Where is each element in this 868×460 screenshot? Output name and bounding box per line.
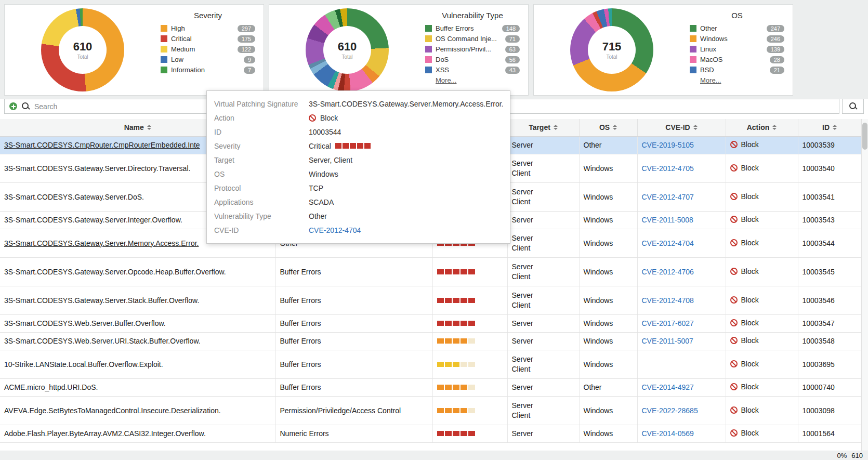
- severity-bar-segment: [357, 143, 363, 149]
- signature-name-cell[interactable]: ACME.micro_httpd.URI.DoS.: [0, 378, 275, 396]
- column-header-content: CVE-ID: [665, 123, 697, 132]
- legend-item-information[interactable]: Information7: [161, 66, 255, 74]
- cve-cell: CVE-2022-28685: [637, 396, 726, 425]
- popup-field-vulnerability-type: Vulnerability TypeOther: [214, 209, 503, 223]
- cve-link[interactable]: CVE-2019-5105: [642, 141, 694, 149]
- legend-item-bsd[interactable]: BSD21: [690, 66, 784, 74]
- legend-item-windows[interactable]: Windows246: [690, 35, 784, 43]
- cve-link[interactable]: CVE-2014-4927: [642, 383, 694, 391]
- chart-title: OS: [690, 11, 784, 20]
- severity-bars: [437, 431, 475, 436]
- legend-item-macos[interactable]: MacOS28: [690, 56, 784, 63]
- severity-bar-segment: [468, 385, 475, 390]
- legend-item-medium[interactable]: Medium122: [161, 45, 255, 53]
- target-value: Client: [512, 197, 575, 207]
- signature-name-cell[interactable]: AVEVA.Edge.SetBytesToManagedControl.Inse…: [0, 396, 275, 425]
- target-value: Server: [512, 233, 575, 243]
- signature-name-cell[interactable]: 3S-Smart.CODESYS.Web.Server.URI.Stack.Bu…: [0, 332, 275, 350]
- legend-item-linux[interactable]: Linux139: [690, 45, 784, 53]
- legend-item-critical[interactable]: Critical175: [161, 35, 255, 43]
- legend-more-link[interactable]: More...: [436, 76, 520, 84]
- action-label: Block: [741, 406, 759, 414]
- popup-field-label: OS: [214, 170, 309, 178]
- vertical-scrollbar[interactable]: [861, 119, 868, 451]
- popup-cve-link[interactable]: CVE-2012-4704: [309, 226, 361, 234]
- table-row[interactable]: Adobe.Flash.Player.ByteArray.AVM2.CASI32…: [0, 425, 861, 442]
- legend-swatch: [690, 67, 696, 73]
- legend-more-link[interactable]: More...: [700, 76, 784, 84]
- legend-item-os-command-inje[interactable]: OS Command Inje...71: [425, 35, 520, 43]
- action-label: Block: [741, 296, 759, 304]
- scrollbar-thumb[interactable]: [862, 123, 867, 150]
- severity-cell: [432, 378, 507, 396]
- cve-link[interactable]: CVE-2012-4704: [642, 239, 694, 247]
- target-value: Client: [512, 411, 575, 420]
- table-row[interactable]: AVEVA.Edge.SetBytesToManagedControl.Inse…: [0, 396, 861, 425]
- severity-bar-segment: [437, 431, 444, 436]
- table-row[interactable]: 3S-Smart.CODESYS.Gateway.Server.Opcode.H…: [0, 257, 861, 286]
- legend-item-low[interactable]: Low9: [161, 56, 255, 63]
- column-header-label: CVE-ID: [665, 123, 690, 132]
- legend-item-dos[interactable]: DoS56: [425, 56, 520, 63]
- signature-name: Adobe.Flash.Player.ByteArray.AVM2.CASI32…: [4, 429, 206, 438]
- target-value: Client: [512, 243, 575, 253]
- donut-total-value: 610: [338, 40, 357, 54]
- signature-name: 3S-Smart.CODESYS.Gateway.Server.Memory.A…: [4, 239, 199, 247]
- table-row[interactable]: 10-Strike.LANState.Local.Buffer.Overflow…: [0, 350, 861, 378]
- signature-name-cell[interactable]: 10-Strike.LANState.Local.Buffer.Overflow…: [0, 350, 275, 378]
- cve-link[interactable]: CVE-2014-0569: [642, 429, 694, 438]
- action-cell: Block: [726, 286, 798, 314]
- cve-link[interactable]: CVE-2012-4708: [642, 296, 694, 305]
- popup-text-value: Windows: [309, 170, 338, 178]
- table-row[interactable]: 3S-Smart.CODESYS.Web.Server.URI.Stack.Bu…: [0, 332, 861, 350]
- legend-item-high[interactable]: High297: [161, 24, 255, 32]
- os-cell: Windows: [579, 154, 637, 182]
- column-header-action[interactable]: Action: [726, 119, 798, 136]
- vulnerability-type-cell: Permission/Priviledge/Access Control: [275, 396, 432, 425]
- legend-item-permission-privil[interactable]: Permission/Privil...63: [425, 45, 520, 53]
- table-row[interactable]: 3S-Smart.CODESYS.Web.Server.Buffer.Overf…: [0, 314, 861, 332]
- search-button[interactable]: [842, 99, 864, 114]
- legend-swatch: [425, 35, 432, 42]
- severity-bars: [437, 298, 475, 303]
- cve-link[interactable]: CVE-2012-4706: [642, 268, 694, 276]
- cve-link[interactable]: CVE-2012-4705: [642, 164, 694, 173]
- column-header-target[interactable]: Target: [507, 119, 579, 136]
- signature-name-cell[interactable]: Adobe.Flash.Player.ByteArray.AVM2.CASI32…: [0, 425, 275, 442]
- column-header-cve-id[interactable]: CVE-ID: [637, 119, 726, 136]
- add-filter-icon[interactable]: [9, 102, 17, 110]
- action-label: Block: [741, 383, 759, 391]
- block-icon: [730, 360, 738, 367]
- severity-bar-segment: [461, 408, 467, 413]
- block-icon: [730, 406, 738, 414]
- severity-bar-segment: [453, 321, 459, 326]
- cve-link[interactable]: CVE-2011-5008: [642, 216, 693, 224]
- signature-name-cell[interactable]: 3S-Smart.CODESYS.Gateway.Server.Stack.Bu…: [0, 286, 275, 314]
- legend-label: Windows: [700, 35, 767, 43]
- cve-link[interactable]: CVE-2011-5007: [642, 337, 693, 345]
- signature-name: 10-Strike.LANState.Local.Buffer.Overflow…: [4, 360, 163, 369]
- severity-bar-segment: [453, 408, 459, 413]
- os-cell: Windows: [579, 314, 637, 332]
- cve-link[interactable]: CVE-2022-28685: [642, 406, 698, 415]
- legend-item-other[interactable]: Other247: [690, 24, 784, 32]
- legend-item-xss[interactable]: XSS43: [425, 66, 520, 74]
- cve-link[interactable]: CVE-2017-6027: [642, 319, 694, 327]
- legend-label: Linux: [700, 45, 767, 53]
- os-cell: Other: [579, 378, 637, 396]
- column-header-os[interactable]: OS: [579, 119, 637, 136]
- table-row[interactable]: ACME.micro_httpd.URI.DoS.Buffer ErrorsSe…: [0, 378, 861, 396]
- popup-field-value: Windows: [309, 170, 338, 178]
- table-row[interactable]: 3S-Smart.CODESYS.Gateway.Server.Stack.Bu…: [0, 286, 861, 314]
- action-label: Block: [741, 267, 759, 275]
- action-cell: Block: [726, 182, 798, 211]
- column-header-id[interactable]: ID: [798, 119, 861, 136]
- severity-bar-segment: [437, 362, 444, 367]
- severity-bar-segment: [461, 431, 467, 436]
- severity-bar-segment: [468, 338, 475, 344]
- signature-name-cell[interactable]: 3S-Smart.CODESYS.Gateway.Server.Opcode.H…: [0, 257, 275, 286]
- signature-name-cell[interactable]: 3S-Smart.CODESYS.Web.Server.Buffer.Overf…: [0, 314, 275, 332]
- severity-bar-segment: [445, 362, 452, 367]
- cve-link[interactable]: CVE-2012-4707: [642, 193, 694, 201]
- legend-item-buffer-errors[interactable]: Buffer Errors148: [425, 24, 520, 32]
